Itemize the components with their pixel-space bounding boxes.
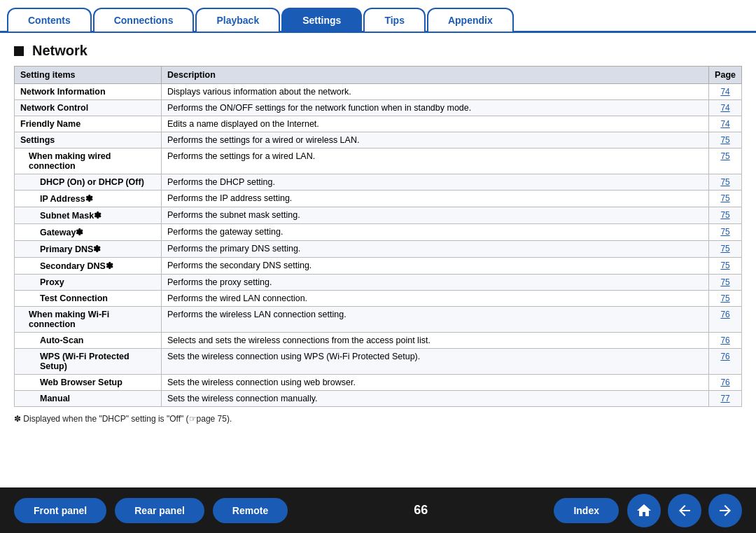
table-row: IP Address✽Performs the IP address setti…: [15, 191, 742, 207]
row-description: Performs the proxy setting.: [162, 275, 709, 291]
table-row: Friendly NameEdits a name displayed on t…: [15, 116, 742, 132]
row-page[interactable]: 75: [709, 291, 742, 307]
rear-panel-button[interactable]: Rear panel: [115, 498, 204, 523]
row-description: Performs the settings for a wired or wir…: [162, 132, 709, 148]
table-row: DHCP (On) or DHCP (Off)Performs the DHCP…: [15, 174, 742, 191]
forward-button[interactable]: [708, 494, 742, 527]
index-button[interactable]: Index: [554, 498, 619, 523]
nav-tab-contents[interactable]: Contents: [7, 8, 92, 32]
section-title: Network: [14, 43, 742, 59]
row-description: Performs the primary DNS setting.: [162, 241, 709, 258]
nav-tab-tips[interactable]: Tips: [363, 8, 426, 32]
nav-tab-appendix[interactable]: Appendix: [427, 8, 514, 32]
back-button[interactable]: [668, 494, 701, 527]
remote-button[interactable]: Remote: [213, 498, 288, 523]
front-panel-button[interactable]: Front panel: [14, 498, 106, 523]
row-item: Test Connection: [15, 291, 162, 307]
row-description: Edits a name displayed on the Internet.: [162, 116, 709, 132]
table-row: Gateway✽Performs the gateway setting.75: [15, 224, 742, 241]
table-row: WPS (Wi-Fi Protected Setup)Sets the wire…: [15, 349, 742, 375]
table-row: Primary DNS✽Performs the primary DNS set…: [15, 241, 742, 258]
row-description: Performs the gateway setting.: [162, 224, 709, 241]
footnote-text: ✽ Displayed when the "DHCP" setting is "…: [14, 414, 232, 424]
row-description: Performs the wireless LAN connection set…: [162, 307, 709, 333]
row-item: When making Wi-Fi connection: [15, 307, 162, 333]
table-row: Auto-ScanSelects and sets the wireless c…: [15, 333, 742, 349]
row-item: Primary DNS✽: [15, 241, 162, 258]
row-page[interactable]: 76: [709, 333, 742, 349]
main-content: Network Setting items Description Page N…: [0, 33, 756, 431]
row-description: Performs the ON/OFF settings for the net…: [162, 100, 709, 116]
row-item: Proxy: [15, 275, 162, 291]
row-item: Friendly Name: [15, 116, 162, 132]
row-page[interactable]: 74: [709, 84, 742, 100]
row-item: Secondary DNS✽: [15, 258, 162, 275]
row-item: Network Information: [15, 84, 162, 100]
row-item: Web Browser Setup: [15, 375, 162, 391]
table-row: ManualSets the wireless connection manua…: [15, 391, 742, 407]
nav-tabs: ContentsConnectionsPlaybackSettingsTipsA…: [0, 0, 756, 33]
row-page[interactable]: 75: [709, 191, 742, 207]
row-item: Network Control: [15, 100, 162, 116]
row-page[interactable]: 74: [709, 116, 742, 132]
row-page[interactable]: 74: [709, 100, 742, 116]
row-description: Sets the wireless connection using web b…: [162, 375, 709, 391]
row-item: IP Address✽: [15, 191, 162, 207]
row-description: Performs the secondary DNS setting.: [162, 258, 709, 275]
col-header-page: Page: [709, 67, 742, 84]
row-page[interactable]: 75: [709, 132, 742, 148]
table-row: When making wired connectionPerforms the…: [15, 148, 742, 174]
table-row: ProxyPerforms the proxy setting.75: [15, 275, 742, 291]
row-description: Sets the wireless connection manually.: [162, 391, 709, 407]
section-title-square: [14, 46, 24, 56]
row-page[interactable]: 75: [709, 275, 742, 291]
table-row: Secondary DNS✽Performs the secondary DNS…: [15, 258, 742, 275]
table-row: Test ConnectionPerforms the wired LAN co…: [15, 291, 742, 307]
row-page[interactable]: 75: [709, 174, 742, 191]
row-description: Selects and sets the wireless connection…: [162, 333, 709, 349]
row-item: WPS (Wi-Fi Protected Setup): [15, 349, 162, 375]
footnote: ✽ Displayed when the "DHCP" setting is "…: [14, 414, 742, 424]
table-row: Web Browser SetupSets the wireless conne…: [15, 375, 742, 391]
row-description: Performs the subnet mask setting.: [162, 207, 709, 224]
row-page[interactable]: 75: [709, 241, 742, 258]
row-item: Settings: [15, 132, 162, 148]
bottom-bar: Front panel Rear panel Remote 66 Index: [0, 487, 756, 533]
row-description: Performs the DHCP setting.: [162, 174, 709, 191]
row-page[interactable]: 75: [709, 207, 742, 224]
col-header-setting: Setting items: [15, 67, 162, 84]
bottom-right-icons: [627, 494, 742, 527]
row-description: Performs the settings for a wired LAN.: [162, 148, 709, 174]
row-description: Displays various information about the n…: [162, 84, 709, 100]
row-item: Subnet Mask✽: [15, 207, 162, 224]
row-item: DHCP (On) or DHCP (Off): [15, 174, 162, 191]
section-title-text: Network: [32, 43, 88, 59]
settings-table: Setting items Description Page Network I…: [14, 66, 742, 407]
home-button[interactable]: [627, 494, 661, 527]
row-page[interactable]: 75: [709, 258, 742, 275]
table-row: SettingsPerforms the settings for a wire…: [15, 132, 742, 148]
table-row: Network InformationDisplays various info…: [15, 84, 742, 100]
row-item: When making wired connection: [15, 148, 162, 174]
row-description: Sets the wireless connection using WPS (…: [162, 349, 709, 375]
col-header-description: Description: [162, 67, 709, 84]
page-number: 66: [296, 503, 545, 518]
row-page[interactable]: 77: [709, 391, 742, 407]
row-item: Auto-Scan: [15, 333, 162, 349]
row-description: Performs the IP address setting.: [162, 191, 709, 207]
row-page[interactable]: 75: [709, 224, 742, 241]
nav-tab-playback[interactable]: Playback: [195, 8, 280, 32]
table-row: Subnet Mask✽Performs the subnet mask set…: [15, 207, 742, 224]
row-page[interactable]: 76: [709, 375, 742, 391]
nav-tab-settings[interactable]: Settings: [281, 8, 362, 32]
row-item: Gateway✽: [15, 224, 162, 241]
table-row: Network ControlPerforms the ON/OFF setti…: [15, 100, 742, 116]
row-page[interactable]: 76: [709, 307, 742, 333]
row-item: Manual: [15, 391, 162, 407]
nav-tab-connections[interactable]: Connections: [93, 8, 195, 32]
row-description: Performs the wired LAN connection.: [162, 291, 709, 307]
row-page[interactable]: 75: [709, 148, 742, 174]
row-page[interactable]: 76: [709, 349, 742, 375]
table-row: When making Wi-Fi connectionPerforms the…: [15, 307, 742, 333]
